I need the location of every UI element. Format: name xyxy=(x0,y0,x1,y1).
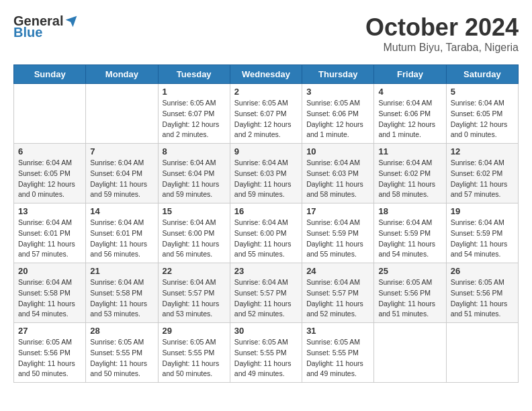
day-info: Sunrise: 6:04 AM Sunset: 6:00 PM Dayligh… xyxy=(234,218,298,260)
day-number: 29 xyxy=(163,326,226,336)
calendar-day-cell: 24Sunrise: 6:04 AM Sunset: 5:57 PM Dayli… xyxy=(302,263,374,323)
day-number: 24 xyxy=(306,266,369,276)
calendar-day-cell: 25Sunrise: 6:05 AM Sunset: 5:56 PM Dayli… xyxy=(374,263,446,323)
day-number: 9 xyxy=(234,146,298,156)
calendar-day-cell: 30Sunrise: 6:05 AM Sunset: 5:55 PM Dayli… xyxy=(230,323,302,383)
calendar-table: SundayMondayTuesdayWednesdayThursdayFrid… xyxy=(13,64,519,383)
day-info: Sunrise: 6:04 AM Sunset: 5:58 PM Dayligh… xyxy=(18,277,81,320)
page-header: General Blue October 2024 Mutum Biyu, Ta… xyxy=(13,13,519,54)
day-number: 11 xyxy=(378,146,441,156)
calendar-week-row: 27Sunrise: 6:05 AM Sunset: 5:56 PM Dayli… xyxy=(14,323,519,383)
day-of-week-header: Friday xyxy=(374,65,446,84)
calendar-day-cell: 28Sunrise: 6:05 AM Sunset: 5:55 PM Dayli… xyxy=(86,323,158,383)
calendar-day-cell xyxy=(374,323,446,383)
calendar-day-cell: 14Sunrise: 6:04 AM Sunset: 6:01 PM Dayli… xyxy=(86,203,158,263)
day-info: Sunrise: 6:04 AM Sunset: 5:58 PM Dayligh… xyxy=(90,277,153,320)
day-info: Sunrise: 6:05 AM Sunset: 5:56 PM Dayligh… xyxy=(378,277,441,320)
day-number: 13 xyxy=(18,206,81,216)
day-number: 10 xyxy=(306,146,369,156)
title-section: October 2024 Mutum Biyu, Taraba, Nigeria xyxy=(365,13,519,54)
day-info: Sunrise: 6:05 AM Sunset: 5:55 PM Dayligh… xyxy=(234,337,298,379)
day-number: 12 xyxy=(451,146,514,156)
day-number: 5 xyxy=(451,87,514,97)
day-number: 2 xyxy=(234,87,298,97)
day-number: 8 xyxy=(163,146,226,156)
day-number: 21 xyxy=(90,266,153,276)
calendar-day-cell: 13Sunrise: 6:04 AM Sunset: 6:01 PM Dayli… xyxy=(14,203,86,263)
month-title: October 2024 xyxy=(365,13,519,42)
day-info: Sunrise: 6:04 AM Sunset: 5:59 PM Dayligh… xyxy=(306,218,369,260)
calendar-day-cell: 15Sunrise: 6:04 AM Sunset: 6:00 PM Dayli… xyxy=(158,203,230,263)
day-number: 3 xyxy=(306,87,369,97)
day-info: Sunrise: 6:04 AM Sunset: 6:06 PM Dayligh… xyxy=(378,98,441,140)
calendar-day-cell: 18Sunrise: 6:04 AM Sunset: 5:59 PM Dayli… xyxy=(374,203,446,263)
day-number: 27 xyxy=(18,326,81,336)
calendar-day-cell: 20Sunrise: 6:04 AM Sunset: 5:58 PM Dayli… xyxy=(14,263,86,323)
calendar-day-cell: 4Sunrise: 6:04 AM Sunset: 6:06 PM Daylig… xyxy=(374,84,446,144)
day-number: 26 xyxy=(451,266,514,276)
day-number: 28 xyxy=(90,326,153,336)
day-info: Sunrise: 6:04 AM Sunset: 5:57 PM Dayligh… xyxy=(163,277,226,320)
day-number: 22 xyxy=(163,266,226,276)
day-number: 15 xyxy=(163,206,226,216)
calendar-day-cell: 26Sunrise: 6:05 AM Sunset: 5:56 PM Dayli… xyxy=(446,263,518,323)
location-subtitle: Mutum Biyu, Taraba, Nigeria xyxy=(365,42,519,54)
day-info: Sunrise: 6:05 AM Sunset: 6:07 PM Dayligh… xyxy=(163,98,226,140)
day-info: Sunrise: 6:04 AM Sunset: 5:59 PM Dayligh… xyxy=(378,218,441,260)
calendar-week-row: 6Sunrise: 6:04 AM Sunset: 6:05 PM Daylig… xyxy=(14,144,519,203)
day-info: Sunrise: 6:04 AM Sunset: 6:01 PM Dayligh… xyxy=(90,218,153,260)
day-info: Sunrise: 6:04 AM Sunset: 6:03 PM Dayligh… xyxy=(234,158,298,200)
day-number: 1 xyxy=(163,87,226,97)
calendar-day-cell: 10Sunrise: 6:04 AM Sunset: 6:03 PM Dayli… xyxy=(302,144,374,203)
day-info: Sunrise: 6:05 AM Sunset: 5:56 PM Dayligh… xyxy=(451,277,514,320)
day-of-week-header: Monday xyxy=(86,65,158,84)
calendar-day-cell xyxy=(14,84,86,144)
day-number: 7 xyxy=(90,146,153,156)
day-number: 31 xyxy=(306,326,369,336)
day-info: Sunrise: 6:04 AM Sunset: 6:04 PM Dayligh… xyxy=(163,158,226,200)
day-of-week-header: Saturday xyxy=(446,65,518,84)
day-info: Sunrise: 6:04 AM Sunset: 5:57 PM Dayligh… xyxy=(234,277,298,320)
calendar-day-cell: 6Sunrise: 6:04 AM Sunset: 6:05 PM Daylig… xyxy=(14,144,86,203)
day-info: Sunrise: 6:04 AM Sunset: 6:03 PM Dayligh… xyxy=(306,158,369,200)
day-number: 19 xyxy=(451,206,514,216)
day-info: Sunrise: 6:05 AM Sunset: 5:55 PM Dayligh… xyxy=(163,337,226,379)
day-of-week-header: Sunday xyxy=(14,65,86,84)
day-info: Sunrise: 6:05 AM Sunset: 5:55 PM Dayligh… xyxy=(90,337,153,379)
day-info: Sunrise: 6:04 AM Sunset: 6:01 PM Dayligh… xyxy=(18,218,81,260)
calendar-day-cell: 1Sunrise: 6:05 AM Sunset: 6:07 PM Daylig… xyxy=(158,84,230,144)
calendar-day-cell: 27Sunrise: 6:05 AM Sunset: 5:56 PM Dayli… xyxy=(14,323,86,383)
day-number: 20 xyxy=(18,266,81,276)
day-info: Sunrise: 6:04 AM Sunset: 6:05 PM Dayligh… xyxy=(18,158,81,200)
day-number: 6 xyxy=(18,146,81,156)
day-number: 25 xyxy=(378,266,441,276)
day-info: Sunrise: 6:04 AM Sunset: 6:00 PM Dayligh… xyxy=(163,218,226,260)
day-info: Sunrise: 6:04 AM Sunset: 6:02 PM Dayligh… xyxy=(451,158,514,200)
day-info: Sunrise: 6:04 AM Sunset: 6:02 PM Dayligh… xyxy=(378,158,441,200)
calendar-day-cell: 8Sunrise: 6:04 AM Sunset: 6:04 PM Daylig… xyxy=(158,144,230,203)
calendar-day-cell: 16Sunrise: 6:04 AM Sunset: 6:00 PM Dayli… xyxy=(230,203,302,263)
day-info: Sunrise: 6:04 AM Sunset: 6:05 PM Dayligh… xyxy=(451,98,514,140)
calendar-day-cell: 3Sunrise: 6:05 AM Sunset: 6:06 PM Daylig… xyxy=(302,84,374,144)
calendar-day-cell: 19Sunrise: 6:04 AM Sunset: 5:59 PM Dayli… xyxy=(446,203,518,263)
calendar-day-cell xyxy=(86,84,158,144)
day-number: 18 xyxy=(378,206,441,216)
calendar-day-cell: 22Sunrise: 6:04 AM Sunset: 5:57 PM Dayli… xyxy=(158,263,230,323)
calendar-day-cell: 11Sunrise: 6:04 AM Sunset: 6:02 PM Dayli… xyxy=(374,144,446,203)
day-of-week-header: Thursday xyxy=(302,65,374,84)
day-info: Sunrise: 6:04 AM Sunset: 6:04 PM Dayligh… xyxy=(90,158,153,200)
day-number: 23 xyxy=(234,266,298,276)
day-of-week-header: Wednesday xyxy=(230,65,302,84)
calendar-day-cell: 31Sunrise: 6:05 AM Sunset: 5:55 PM Dayli… xyxy=(302,323,374,383)
day-info: Sunrise: 6:04 AM Sunset: 5:59 PM Dayligh… xyxy=(451,218,514,260)
day-number: 17 xyxy=(306,206,369,216)
calendar-day-cell: 9Sunrise: 6:04 AM Sunset: 6:03 PM Daylig… xyxy=(230,144,302,203)
logo: General Blue xyxy=(13,13,78,40)
logo-blue-text: Blue xyxy=(13,25,42,40)
day-number: 30 xyxy=(234,326,298,336)
calendar-day-cell: 21Sunrise: 6:04 AM Sunset: 5:58 PM Dayli… xyxy=(86,263,158,323)
calendar-day-cell: 7Sunrise: 6:04 AM Sunset: 6:04 PM Daylig… xyxy=(86,144,158,203)
logo-bird-icon xyxy=(64,15,78,28)
day-number: 16 xyxy=(234,206,298,216)
day-of-week-header: Tuesday xyxy=(158,65,230,84)
